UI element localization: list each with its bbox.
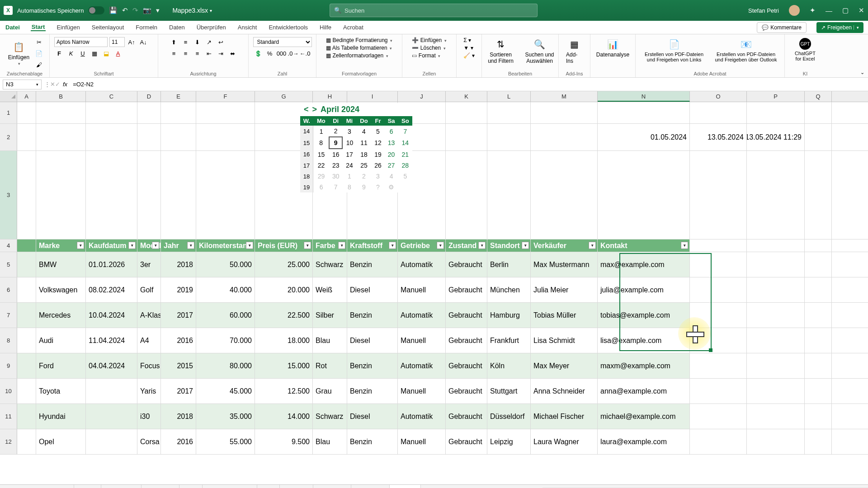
cell-p2[interactable]: 13.05.2024 11:29 (747, 124, 805, 150)
decrease-indent-icon[interactable]: ⇤ (204, 48, 214, 58)
calendar-day[interactable]: 16 (329, 149, 342, 160)
calendar-day[interactable]: 20 (385, 149, 398, 160)
filter-icon[interactable]: ▾ (77, 242, 84, 249)
col-L[interactable]: L (487, 91, 531, 102)
user-avatar[interactable] (789, 5, 800, 16)
row-header[interactable]: 7 (0, 303, 17, 328)
row-header[interactable]: 11 (0, 404, 17, 429)
table-cell[interactable]: Blau (313, 328, 347, 353)
table-cell[interactable]: 25.000 (255, 252, 313, 277)
table-cell[interactable] (17, 328, 36, 353)
calendar-day[interactable]: 9 (357, 182, 372, 192)
orientation-icon[interactable]: ↗ (204, 37, 214, 47)
decrease-font-icon[interactable]: A↓ (138, 37, 148, 47)
calendar-day[interactable]: 30 (329, 171, 342, 182)
calendar-day[interactable]: 3 (342, 126, 356, 137)
filter-icon[interactable]: ▾ (304, 242, 311, 249)
col-O[interactable]: O (690, 91, 747, 102)
calendar-day[interactable]: 6 (313, 182, 329, 192)
tab-ansicht[interactable]: Ansicht (237, 24, 258, 31)
search-box[interactable]: 🔍 (330, 4, 538, 17)
table-cell[interactable]: maxm@example.com (598, 353, 690, 378)
table-cell[interactable]: Manuell (398, 277, 446, 302)
table-cell[interactable] (17, 303, 36, 328)
comments-button[interactable]: 💬 Kommentare (757, 22, 807, 33)
table-cell[interactable]: Automatik (398, 353, 446, 378)
sheet-tab[interactable]: Frau oder Mann (203, 485, 258, 488)
table-cell[interactable]: Automatik (398, 252, 446, 277)
align-middle-icon[interactable]: ≡ (181, 37, 191, 47)
calendar-day[interactable]: 14 (398, 137, 412, 149)
file-name[interactable]: Mappe3.xlsx ▾ (172, 7, 212, 14)
formula-input[interactable]: =O2-N2 (70, 81, 868, 88)
row-header[interactable]: 5 (0, 252, 17, 277)
table-cell[interactable]: Leipzig (487, 429, 531, 454)
table-cell[interactable]: Corsa (137, 429, 161, 454)
table-cell[interactable]: i30 (137, 404, 161, 429)
table-cell[interactable]: 2015 (161, 353, 196, 378)
table-cell[interactable]: 2018 (161, 252, 196, 277)
calendar-day[interactable]: 1 (342, 171, 356, 182)
name-box[interactable]: N3▾ (3, 80, 42, 89)
table-cell[interactable]: Rot (313, 353, 347, 378)
worksheet-grid[interactable]: A B C D E F G H I J K L M N O P Q 1 2 01… (0, 91, 868, 484)
table-cell[interactable]: Volkswagen (36, 277, 86, 302)
table-cell[interactable]: 45.000 (196, 379, 255, 404)
table-cell[interactable]: julia@example.com (598, 277, 690, 302)
underline-button[interactable]: U (78, 48, 88, 58)
col-F[interactable]: F (196, 91, 255, 102)
tab-start[interactable]: Start (31, 23, 46, 31)
autosum-icon[interactable]: Σ ▾ (463, 37, 471, 43)
table-cell[interactable]: BMW (36, 252, 86, 277)
fx-icon[interactable]: fx (63, 81, 67, 88)
table-cell[interactable]: Gebraucht (446, 303, 487, 328)
calendar-day[interactable]: 13 (385, 137, 398, 149)
table-cell[interactable]: Tobias Müller (531, 303, 598, 328)
align-right-icon[interactable]: ≡ (193, 48, 203, 58)
calendar-day[interactable]: 19 (371, 149, 384, 160)
table-cell[interactable]: A-Klasse (137, 303, 161, 328)
col-Q[interactable]: Q (805, 91, 832, 102)
filter-icon[interactable]: ▾ (152, 242, 159, 249)
align-center-icon[interactable]: ≡ (181, 48, 191, 58)
calendar-day[interactable]: 11 (357, 137, 372, 149)
table-cell[interactable]: 60.000 (196, 303, 255, 328)
calendar-day[interactable]: 8 (342, 182, 356, 192)
sheet-tab[interactable]: Sortierung (101, 485, 142, 488)
calendar-day[interactable]: 2 (329, 126, 342, 137)
sheet-tab[interactable]: Zeit (179, 485, 203, 488)
row-header[interactable]: 4 (0, 239, 17, 252)
sort-filter-button[interactable]: ⇅Sortieren und Filtern (482, 37, 519, 65)
undo-icon[interactable]: ↶ (122, 6, 128, 14)
table-cell[interactable]: Gebraucht (446, 379, 487, 404)
table-cell[interactable]: 14.000 (255, 404, 313, 429)
table-cell[interactable]: 2017 (161, 379, 196, 404)
inc-decimal-icon[interactable]: .0→ (288, 48, 298, 58)
table-cell[interactable]: Gebraucht (446, 277, 487, 302)
cell-n2[interactable]: 01.05.2024 (598, 124, 690, 150)
col-D[interactable]: D (137, 91, 161, 102)
format-cells-button[interactable]: ▭ Format ▾ (412, 52, 440, 59)
table-cell[interactable]: Max Meyer (531, 353, 598, 378)
calendar-day[interactable]: 10 (342, 137, 356, 149)
table-cell[interactable]: Toyota (36, 379, 86, 404)
align-top-icon[interactable]: ⬆ (169, 37, 179, 47)
calendar-day[interactable]: 12 (371, 137, 384, 149)
table-cell[interactable]: lisa@example.com (598, 328, 690, 353)
find-select-button[interactable]: 🔍Suchen und Auswählen (521, 37, 558, 65)
table-cell[interactable]: 11.04.2024 (86, 328, 137, 353)
table-cell[interactable]: 18.000 (255, 328, 313, 353)
confirm-formula-icon[interactable]: ✓ (55, 81, 60, 88)
table-cell[interactable] (17, 404, 36, 429)
filter-icon[interactable]: ▾ (437, 242, 444, 249)
calendar-day[interactable]: 4 (357, 126, 372, 137)
tab-seitenlayout[interactable]: Seitenlayout (91, 24, 125, 31)
collapse-ribbon-icon[interactable]: ⌄ (860, 70, 864, 75)
col-A[interactable]: A (17, 91, 36, 102)
table-cell[interactable]: Diesel (347, 328, 398, 353)
table-cell[interactable]: laura@example.com (598, 429, 690, 454)
increase-font-icon[interactable]: A↑ (127, 37, 137, 47)
italic-button[interactable]: K (66, 48, 76, 58)
table-cell[interactable]: Manuell (398, 379, 446, 404)
qat-dropdown-icon[interactable]: ▾ (156, 6, 160, 14)
